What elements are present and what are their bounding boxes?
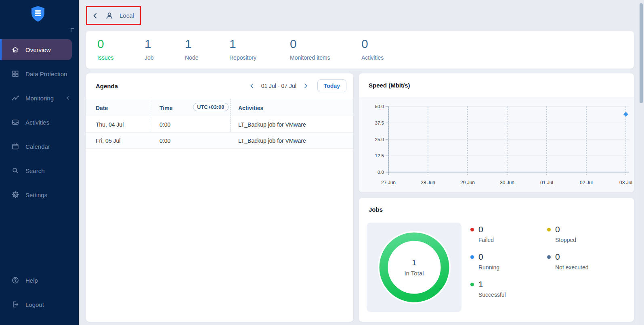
gear-icon [11, 191, 19, 199]
legend-label: Successful [478, 292, 547, 298]
today-button[interactable]: Today [317, 79, 346, 92]
stat-monitored-items[interactable]: 0Monitored items [290, 38, 330, 61]
summary-stats-card: 0Issues1Job1Node1Repository0Monitored it… [86, 31, 634, 69]
sidebar-item-label: Logout [25, 301, 44, 308]
sidebar-item-activities[interactable]: Activities [0, 112, 79, 133]
speed-data-point [623, 112, 628, 117]
stat-label: Issues [97, 54, 113, 61]
logout-icon [11, 300, 19, 308]
chevron-left-icon[interactable] [65, 95, 71, 101]
sidebar-item-logout[interactable]: Logout [0, 294, 79, 315]
sidebar-item-label: Calendar [25, 143, 50, 150]
jobs-legend-item-stopped: 0Stopped [547, 225, 624, 243]
legend-label: Failed [478, 237, 547, 243]
annotation-highlight-box: Local [86, 6, 141, 25]
jobs-legend-item-not-executed: 0Not executed [547, 252, 624, 271]
grid-icon [11, 70, 19, 78]
sidebar-item-label: Settings [25, 192, 47, 198]
stat-value: 1 [229, 38, 256, 50]
speed-chart-title: Speed (Mbit/s) [369, 82, 410, 89]
breadcrumb-user-label[interactable]: Local [120, 12, 134, 19]
agenda-cell-time: 0:00 [159, 117, 170, 133]
legend-dot-icon [470, 228, 474, 231]
stat-job[interactable]: 1Job [145, 38, 154, 61]
svg-text:50.0: 50.0 [375, 104, 384, 109]
agenda-cell-date: Fri, 05 Jul [96, 133, 120, 149]
speed-chart-card: Speed (Mbit/s) 0.012.525.037.550.027 Jun… [359, 73, 634, 192]
sidebar-item-label: Monitoring [25, 95, 54, 102]
agenda-card: Agenda 01 Jul - 07 Jul Today Date Time U… [86, 73, 353, 322]
svg-text:28 Jun: 28 Jun [421, 180, 435, 185]
stat-value: 1 [145, 38, 154, 50]
sidebar-item-monitoring[interactable]: Monitoring [0, 88, 79, 108]
legend-value: 1 [478, 279, 483, 289]
legend-value: 0 [478, 225, 483, 234]
stat-node[interactable]: 1Node [185, 38, 198, 61]
legend-label: Not executed [555, 264, 624, 271]
scrollbar-thumb[interactable] [640, 3, 643, 103]
jobs-title: Jobs [369, 206, 383, 213]
sidebar-bottom-nav: HelpLogout [0, 270, 79, 318]
column-header-time: Time [159, 105, 172, 111]
inbox-icon [11, 118, 19, 126]
agenda-cell-activity: LT_Backup job for VMware [238, 133, 306, 149]
svg-text:03 Jul: 03 Jul [619, 180, 632, 185]
stat-issues[interactable]: 0Issues [97, 38, 113, 61]
legend-dot-icon [470, 283, 474, 286]
jobs-total: 1 In Total [404, 258, 424, 277]
legend-value: 0 [555, 252, 560, 262]
speed-chart-svg: 0.012.525.037.550.027 Jun28 Jun29 Jun30 … [359, 97, 634, 193]
sidebar-item-label: Help [25, 277, 38, 284]
help-icon [11, 276, 19, 284]
sidebar-collapse-corner-icon[interactable] [71, 28, 74, 32]
sidebar-item-settings[interactable]: Settings [0, 184, 79, 205]
svg-text:30 Jun: 30 Jun [500, 180, 514, 185]
jobs-total-value: 1 [404, 258, 424, 267]
date-range-label: 01 Jul - 07 Jul [261, 83, 296, 89]
stat-label: Activities [361, 54, 384, 61]
stat-activities[interactable]: 0Activities [361, 38, 384, 61]
stat-label: Node [185, 54, 198, 61]
stat-value: 0 [97, 38, 113, 50]
svg-text:01 Jul: 01 Jul [540, 180, 553, 185]
sidebar-item-label: Search [25, 167, 45, 174]
sidebar-item-label: Data Protection [25, 71, 67, 77]
home-icon [11, 46, 19, 54]
agenda-row[interactable]: Fri, 05 Jul0:00LT_Backup job for VMware [86, 133, 353, 149]
back-button[interactable] [91, 12, 99, 20]
agenda-table-header: Date Time UTC+03:00 Activities [86, 99, 353, 116]
stat-label: Monitored items [290, 54, 330, 61]
svg-text:29 Jun: 29 Jun [460, 180, 475, 185]
legend-value: 0 [478, 252, 483, 262]
sidebar-nav: OverviewData ProtectionMonitoringActivit… [0, 39, 79, 208]
user-icon [105, 11, 114, 20]
column-header-date: Date [96, 105, 108, 111]
stat-label: Job [145, 54, 154, 61]
speed-chart: 0.012.525.037.550.027 Jun28 Jun29 Jun30 … [359, 97, 634, 192]
calendar-icon [11, 142, 19, 150]
next-week-button[interactable] [302, 82, 310, 90]
timezone-badge: UTC+03:00 [193, 103, 229, 111]
sidebar-item-help[interactable]: Help [0, 270, 79, 291]
agenda-row[interactable]: Thu, 04 Jul0:00LT_Backup job for VMware [86, 117, 353, 133]
sidebar-item-data-protection[interactable]: Data Protection [0, 63, 79, 84]
stat-value: 0 [290, 38, 330, 50]
agenda-title: Agenda [96, 83, 118, 90]
svg-text:12.5: 12.5 [375, 153, 384, 158]
stat-repository[interactable]: 1Repository [229, 38, 256, 61]
search-icon [11, 167, 19, 175]
sidebar: OverviewData ProtectionMonitoringActivit… [0, 0, 79, 325]
svg-text:02 Jul: 02 Jul [580, 180, 593, 185]
stat-label: Repository [229, 54, 256, 61]
previous-week-button[interactable] [248, 82, 256, 90]
legend-dot-icon [547, 228, 551, 231]
agenda-cell-date: Thu, 04 Jul [96, 117, 124, 133]
sidebar-item-calendar[interactable]: Calendar [0, 136, 79, 157]
jobs-legend: 0Failed0Running1Successful 0Stopped0Not … [470, 225, 624, 307]
sidebar-item-overview[interactable]: Overview [0, 39, 72, 60]
stat-value: 0 [361, 38, 384, 50]
svg-text:0.0: 0.0 [378, 170, 384, 175]
jobs-legend-item-successful: 1Successful [470, 279, 547, 298]
jobs-legend-item-failed: 0Failed [470, 225, 547, 243]
sidebar-item-search[interactable]: Search [0, 160, 79, 181]
